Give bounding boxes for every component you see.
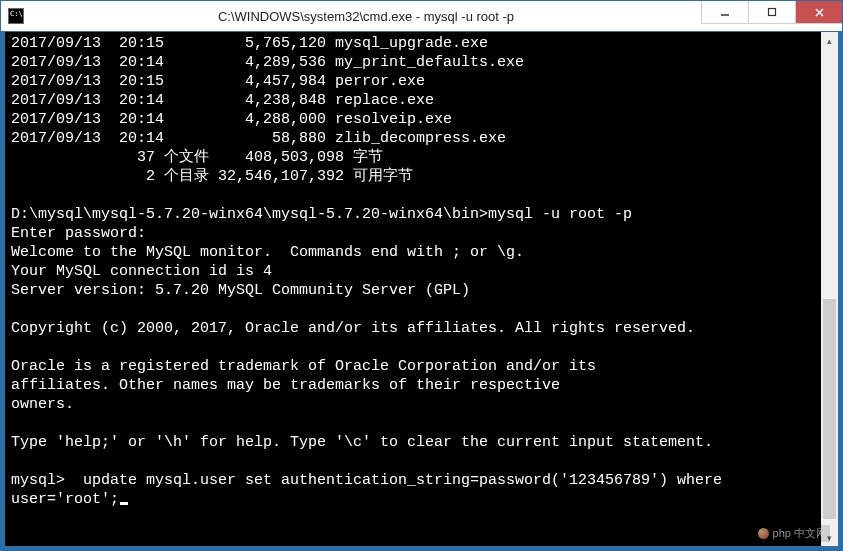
- terminal-output[interactable]: 2017/09/13 20:15 5,765,120 mysql_upgrade…: [5, 32, 821, 546]
- scroll-track[interactable]: [821, 49, 838, 529]
- scroll-up-button[interactable]: ▴: [821, 32, 838, 49]
- cursor: [120, 502, 128, 505]
- client-area: 2017/09/13 20:15 5,765,120 mysql_upgrade…: [1, 32, 842, 550]
- minimize-button[interactable]: [701, 1, 748, 24]
- cmd-window: C:\WINDOWS\system32\cmd.exe - mysql -u r…: [0, 0, 843, 551]
- titlebar[interactable]: C:\WINDOWS\system32\cmd.exe - mysql -u r…: [1, 1, 842, 32]
- cmd-icon: [8, 8, 24, 24]
- scroll-down-button[interactable]: ▾: [821, 529, 838, 546]
- scroll-thumb[interactable]: [823, 299, 836, 520]
- scrollbar-vertical[interactable]: ▴ ▾: [821, 32, 838, 546]
- maximize-button[interactable]: [748, 1, 795, 24]
- system-menu[interactable]: [1, 1, 31, 31]
- window-controls: [701, 1, 842, 31]
- window-title: C:\WINDOWS\system32\cmd.exe - mysql -u r…: [31, 9, 701, 24]
- svg-rect-1: [769, 9, 776, 16]
- close-button[interactable]: [795, 1, 842, 24]
